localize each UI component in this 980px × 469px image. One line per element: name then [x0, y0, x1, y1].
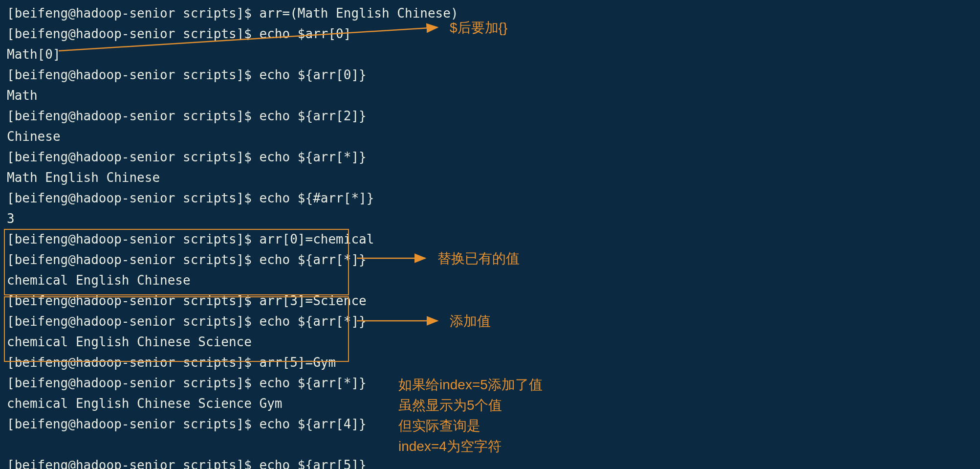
annotation-index-gap-line2: 虽然显示为5个值: [398, 395, 543, 416]
shell-prompt: [beifeng@hadoop-senior scripts]$: [7, 150, 260, 164]
terminal-command-line: [beifeng@hadoop-senior scripts]$ echo ${…: [7, 455, 980, 469]
shell-prompt: [beifeng@hadoop-senior scripts]$: [7, 252, 260, 267]
shell-prompt: [beifeng@hadoop-senior scripts]$: [7, 109, 260, 123]
shell-prompt: [beifeng@hadoop-senior scripts]$: [7, 6, 260, 21]
annotation-index-gap-line1: 如果给index=5添加了值: [398, 375, 543, 395]
terminal-command-line: [beifeng@hadoop-senior scripts]$ arr[0]=…: [7, 229, 980, 249]
shell-command: echo ${#arr[*]}: [260, 191, 374, 205]
shell-prompt: [beifeng@hadoop-senior scripts]$: [7, 314, 260, 329]
terminal-command-line: [beifeng@hadoop-senior scripts]$ echo ${…: [7, 147, 980, 167]
shell-prompt: [beifeng@hadoop-senior scripts]$: [7, 417, 260, 431]
shell-command: echo ${arr[4]}: [260, 417, 367, 431]
terminal-output-line: Math English Chinese: [7, 167, 980, 188]
terminal-output-line: 3: [7, 208, 980, 229]
terminal-output-line: Math: [7, 85, 980, 106]
shell-command: echo ${arr[2]}: [260, 109, 367, 123]
shell-prompt: [beifeng@hadoop-senior scripts]$: [7, 67, 260, 82]
shell-command: arr[0]=chemical: [260, 232, 374, 246]
shell-command: echo ${arr[0]}: [260, 67, 367, 82]
shell-command: echo ${arr[*]}: [260, 252, 367, 267]
annotation-index-gap: 如果给index=5添加了值 虽然显示为5个值 但实际查询是 index=4为空…: [398, 375, 543, 457]
terminal-output-line: chemical English Chinese: [7, 270, 980, 290]
shell-prompt: [beifeng@hadoop-senior scripts]$: [7, 355, 260, 370]
shell-prompt: [beifeng@hadoop-senior scripts]$: [7, 232, 260, 246]
shell-prompt: [beifeng@hadoop-senior scripts]$: [7, 293, 260, 308]
shell-command: arr[3]=Science: [260, 293, 367, 308]
shell-command: echo ${arr[*]}: [260, 150, 367, 164]
shell-command: arr=(Math English Chinese): [260, 6, 458, 21]
shell-command: echo ${arr[5]}: [260, 458, 367, 469]
shell-command: arr[5]=Gym: [260, 355, 336, 370]
terminal-command-line: [beifeng@hadoop-senior scripts]$ arr[3]=…: [7, 290, 980, 311]
shell-command: echo ${arr[*]}: [260, 376, 367, 390]
annotation-need-braces: $后要加{}: [450, 19, 507, 37]
annotation-append-value: 添加值: [450, 312, 491, 331]
terminal-command-line: [beifeng@hadoop-senior scripts]$ echo ${…: [7, 106, 980, 126]
terminal-command-line: [beifeng@hadoop-senior scripts]$ echo ${…: [7, 311, 980, 332]
shell-command: echo $arr[0]: [260, 26, 351, 41]
terminal-output-line: chemical English Chinese Science: [7, 332, 980, 352]
shell-prompt: [beifeng@hadoop-senior scripts]$: [7, 458, 260, 469]
shell-prompt: [beifeng@hadoop-senior scripts]$: [7, 26, 260, 41]
terminal-command-line: [beifeng@hadoop-senior scripts]$ arr[5]=…: [7, 352, 980, 373]
shell-prompt: [beifeng@hadoop-senior scripts]$: [7, 376, 260, 390]
annotation-replace-value: 替换已有的值: [437, 249, 520, 268]
shell-command: echo ${arr[*]}: [260, 314, 367, 329]
terminal-command-line: [beifeng@hadoop-senior scripts]$ echo ${…: [7, 65, 980, 85]
terminal-output-line: Chinese: [7, 126, 980, 147]
annotation-index-gap-line4: index=4为空字符: [398, 436, 543, 457]
terminal-output-line: Math[0]: [7, 44, 980, 65]
terminal-command-line: [beifeng@hadoop-senior scripts]$ echo ${…: [7, 188, 980, 208]
annotation-index-gap-line3: 但实际查询是: [398, 416, 543, 436]
shell-prompt: [beifeng@hadoop-senior scripts]$: [7, 191, 260, 205]
